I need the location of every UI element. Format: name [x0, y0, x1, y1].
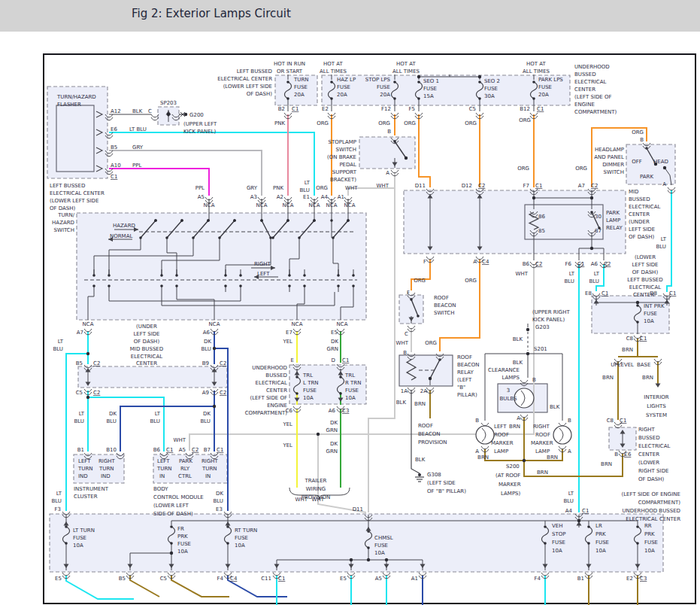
- diagram-label: LEFT BUSSED: [627, 277, 662, 283]
- diagram-label: ORG: [517, 166, 529, 172]
- diagram-label: (UPPER RIGHT: [532, 309, 570, 315]
- diagram-label: MID BUSSED: [130, 346, 163, 352]
- diagram-label: ELECTRICAL: [131, 354, 163, 360]
- diagram-label: PILLAR): [457, 392, 477, 398]
- diagram-label: LT TURN: [73, 527, 95, 534]
- diagram-label: IN: [205, 473, 211, 479]
- diagram-label: C2: [220, 360, 226, 366]
- wiring-diagram: TURN/HAZARDFLASHERA12BLKE6LT BLUB5GRYA10…: [0, 0, 700, 605]
- diagram-label: C2: [478, 183, 485, 189]
- contact-dot: [239, 274, 242, 277]
- diagram-label: UPLEVEL: [611, 362, 634, 368]
- diagram-label: RT TURN: [235, 527, 257, 534]
- diagram-label: A3: [250, 194, 257, 200]
- diagram-label: C11: [261, 576, 271, 582]
- lamp-icon: [553, 426, 571, 444]
- ground-g308: [418, 473, 421, 476]
- diagram-label: ORG: [404, 120, 416, 126]
- diagram-label: E5: [340, 576, 347, 582]
- diagram-label: FUSE: [377, 84, 390, 90]
- diagram-label: (LEFT SIDE OF ENGINE: [621, 491, 680, 497]
- diagram-label: LEFT: [157, 458, 170, 464]
- diagram-label: G200: [189, 112, 204, 118]
- fuse-dot: [226, 542, 229, 545]
- junction-dot: [526, 352, 529, 355]
- diagram-label: WHT: [345, 185, 358, 191]
- fuse-dot: [295, 392, 298, 395]
- diagram-label: CLUSTER: [74, 494, 98, 500]
- diagram-label: HOT AT: [323, 61, 344, 67]
- diagram-label: HEAD: [653, 159, 668, 165]
- diagram-label: B: [387, 129, 391, 135]
- diagram-label: FUSE: [337, 84, 350, 90]
- diagram-label: INT PRK: [644, 303, 665, 309]
- contact-dot: [175, 284, 178, 287]
- diagram-label: A6: [329, 408, 336, 414]
- diagram-label: IND: [78, 473, 88, 479]
- diagram-label: GRN: [326, 448, 338, 455]
- junction-dot: [317, 433, 320, 436]
- diagram-label: NCA: [309, 202, 320, 208]
- diagram-label: C2: [535, 261, 542, 267]
- diagram-label: LAMP: [494, 448, 508, 455]
- diagram-label: 15A: [423, 93, 434, 99]
- fuse-dot: [587, 525, 590, 528]
- contact-dot: [92, 274, 95, 277]
- diagram-label: STOP LPS: [365, 77, 391, 83]
- diagram-label: UNDERHOOD: [574, 64, 610, 70]
- diagram-label: C2: [604, 261, 611, 267]
- diagram-label: (LOWER: [635, 254, 656, 260]
- diagram-label: SWITCH: [604, 169, 624, 175]
- contact-dot: [165, 236, 168, 239]
- diagram-label: FUSE: [423, 86, 437, 92]
- diagram-label: A6: [203, 330, 211, 336]
- diagram-label: BLU: [214, 498, 223, 504]
- diagram-label: BLU: [656, 244, 666, 250]
- diagram-label: KICK PANEL): [183, 129, 216, 135]
- diagram-label: DK: [331, 339, 338, 345]
- diagram-label: C1: [537, 106, 544, 112]
- diagram-label: 10A: [595, 548, 606, 554]
- diagram-label: BLU: [150, 418, 160, 424]
- diagram-label: FLASHER: [57, 102, 81, 108]
- diagram-label: F3: [55, 506, 61, 512]
- diagram-label: LEFT: [494, 424, 507, 430]
- diagram-label: HEADLAMP: [595, 147, 624, 153]
- diagram-label: LEFT SIDE: [629, 226, 655, 233]
- wire-ltb: [596, 264, 604, 291]
- diagram-label: BRN: [537, 470, 548, 476]
- contact-dot: [233, 219, 236, 222]
- diagram-label: FUSE: [177, 541, 191, 547]
- diagram-label: WHT: [174, 437, 186, 443]
- diagram-label: INSTRUMENT: [74, 486, 109, 492]
- diagram-label: DK: [204, 339, 211, 345]
- diagram-label: COMPARTMENT): [574, 109, 617, 115]
- contact-dot: [288, 274, 291, 277]
- diagram-label: BLU: [107, 418, 117, 424]
- diagram-label: B2: [278, 106, 285, 112]
- diagram-label: A9: [202, 390, 209, 396]
- diagram-label: A: [386, 170, 389, 176]
- diagram-label: S200: [506, 464, 520, 470]
- lamp-icon: [514, 388, 534, 408]
- diagram-label: ELECTRICAL: [256, 380, 288, 386]
- wire-ppl: [109, 169, 209, 196]
- wire-org: [419, 114, 430, 187]
- wire-gry: [109, 150, 262, 196]
- diagram-label: C5: [160, 576, 167, 582]
- junction-dot: [350, 558, 353, 561]
- diagram-label: B5: [111, 144, 117, 150]
- diagram-label: C5: [76, 390, 83, 396]
- diagram-label: PNK: [274, 120, 285, 126]
- diagram-label: D11: [353, 506, 363, 512]
- contact-dot: [288, 284, 291, 287]
- diagram-label: FUSE: [73, 535, 86, 541]
- diagram-label: OF DASH): [638, 476, 665, 482]
- contact-dot: [645, 147, 648, 150]
- component-box: [525, 205, 603, 239]
- junction-dot: [367, 558, 370, 561]
- diagram-label: B1: [577, 576, 584, 582]
- diagram-label: 10A: [73, 543, 83, 549]
- diagram-label: A10: [111, 163, 121, 169]
- diagram-label: PARK: [606, 210, 620, 216]
